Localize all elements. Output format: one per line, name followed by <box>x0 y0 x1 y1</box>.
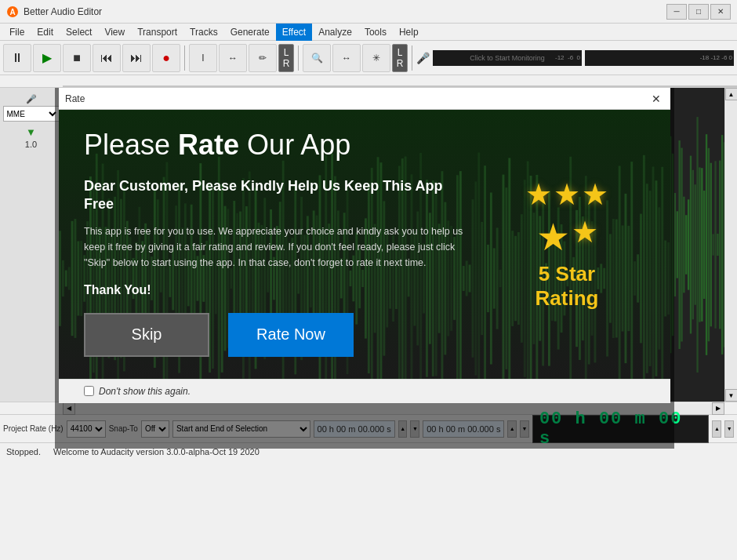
svg-rect-292 <box>710 163 712 327</box>
svg-rect-291 <box>708 148 710 341</box>
menu-tracks[interactable]: Tracks <box>183 24 224 41</box>
tool-envelop[interactable]: ↔ <box>219 44 247 72</box>
tool-multi[interactable]: ✳ <box>362 44 390 72</box>
svg-text:A: A <box>9 8 15 16</box>
prev-button[interactable]: ⏮ <box>93 44 121 72</box>
menu-file[interactable]: File <box>3 24 31 41</box>
modal-content: Please Rate Our App Dear Customer, Pleas… <box>59 110 670 379</box>
svg-rect-310 <box>74 219 77 338</box>
star-rating-label: 5 StarRating <box>536 262 599 311</box>
big-time-up[interactable]: ▲ <box>712 420 721 438</box>
vu-section: 🎤 Click to Start Monitoring -12 -6 0 -18… <box>416 50 734 66</box>
menu-help[interactable]: Help <box>393 24 425 41</box>
svg-rect-293 <box>712 234 713 255</box>
level-value: 1.0 <box>25 140 37 149</box>
next-button[interactable]: ⏭ <box>122 44 151 72</box>
menu-effect[interactable]: Effect <box>276 24 312 41</box>
skip-button[interactable]: Skip <box>84 313 209 357</box>
maximize-button[interactable]: □ <box>688 4 709 20</box>
svg-rect-500 <box>655 180 658 376</box>
dont-show-checkbox[interactable] <box>84 386 94 396</box>
ruler <box>0 75 737 88</box>
tool-timeshift[interactable]: ↔ <box>332 44 361 72</box>
play-button[interactable]: ▶ <box>33 44 61 72</box>
menu-generate[interactable]: Generate <box>224 24 276 41</box>
scrollbar-vertical[interactable]: ▲ ▼ <box>724 88 737 402</box>
svg-rect-497 <box>646 184 648 373</box>
menu-tools[interactable]: Tools <box>358 24 393 41</box>
svg-rect-295 <box>717 234 718 256</box>
modal-titlebar: Rate ✕ <box>59 88 670 110</box>
toolbar-divider <box>184 45 185 71</box>
rate-modal: Rate ✕ <box>59 88 670 403</box>
tool-volume[interactable]: LR <box>278 44 294 72</box>
svg-rect-285 <box>695 184 696 304</box>
star-5: ★ <box>572 215 598 259</box>
dont-show-label: Don't show this again. <box>99 386 191 397</box>
scroll-up-btn[interactable]: ▲ <box>725 88 738 100</box>
modal-thanks: Thank You! <box>84 283 473 297</box>
menu-bar: File Edit Select View Transport Tracks G… <box>0 24 737 41</box>
svg-rect-308 <box>68 267 71 289</box>
svg-rect-278 <box>678 140 680 349</box>
svg-rect-297 <box>721 135 723 355</box>
menu-analyze[interactable]: Analyze <box>312 24 358 41</box>
ruler-svg <box>63 75 737 87</box>
svg-rect-281 <box>685 215 687 275</box>
window-controls: ─ □ ✕ <box>666 4 731 20</box>
svg-rect-309 <box>71 221 74 336</box>
svg-rect-311 <box>77 241 79 315</box>
rate-now-button[interactable]: Rate Now <box>228 313 354 357</box>
svg-rect-294 <box>714 161 716 328</box>
stars-top-row: ★ ★ ★ <box>525 177 608 212</box>
app-icon: A <box>6 5 19 18</box>
modal-buttons: Skip Rate Now <box>84 313 473 357</box>
level-indicator: ▼ <box>26 126 36 138</box>
svg-rect-306 <box>62 260 64 296</box>
stop-button[interactable]: ■ <box>63 44 91 72</box>
vu-output-scale: -18 -12 -6 0 <box>700 54 732 61</box>
device-select[interactable]: MME <box>3 106 60 122</box>
menu-view[interactable]: View <box>98 24 131 41</box>
vu-meter-input[interactable]: Click to Start Monitoring -12 -6 0 <box>433 50 582 66</box>
modal-checkbox-row: Don't show this again. <box>59 379 670 403</box>
svg-rect-307 <box>65 271 67 287</box>
menu-edit[interactable]: Edit <box>31 24 60 41</box>
modal-close-button[interactable]: ✕ <box>648 91 664 107</box>
vu-meter-output[interactable]: -18 -12 -6 0 <box>585 50 734 66</box>
modal-overlay: Rate ✕ <box>55 88 674 449</box>
pause-button[interactable]: ⏸ <box>3 44 31 72</box>
scroll-right-btn[interactable]: ▶ <box>712 402 724 415</box>
title-bar: A Better Audio Editor ─ □ ✕ <box>0 0 737 24</box>
star-3: ★ <box>582 177 608 212</box>
scroll-down-btn[interactable]: ▼ <box>725 389 738 402</box>
svg-rect-503 <box>664 241 666 317</box>
svg-rect-289 <box>703 191 705 299</box>
svg-rect-502 <box>661 167 663 379</box>
svg-rect-501 <box>658 207 660 349</box>
vu-click-text: Click to Start Monitoring <box>470 54 545 62</box>
mic-icon: 🎤 <box>416 52 430 64</box>
close-button[interactable]: ✕ <box>710 4 731 20</box>
menu-transport[interactable]: Transport <box>131 24 183 41</box>
big-time-down[interactable]: ▼ <box>724 420 734 438</box>
minimize-button[interactable]: ─ <box>666 4 687 20</box>
record-button[interactable]: ● <box>152 44 180 72</box>
scroll-track-v[interactable] <box>726 100 737 389</box>
svg-rect-312 <box>80 241 82 316</box>
toolbar-divider2 <box>298 45 299 71</box>
modal-title: Rate <box>65 93 648 104</box>
tool-volume2[interactable]: LR <box>392 44 408 72</box>
svg-rect-280 <box>683 197 684 293</box>
track-area: 🎤 MME ▼ 1.0 ▲ ▼ <box>0 88 737 402</box>
svg-rect-284 <box>692 170 694 319</box>
tool-zoom[interactable]: 🔍 <box>303 44 331 72</box>
tool-select[interactable]: I <box>189 44 217 72</box>
modal-subtitle: Dear Customer, Please Kindly Help Us Kee… <box>84 177 473 214</box>
svg-rect-283 <box>690 156 692 334</box>
star-graphic: ★ ★ ★ ★ ★ 5 StarRating <box>488 177 645 357</box>
menu-select[interactable]: Select <box>60 24 98 41</box>
svg-rect-287 <box>699 167 700 322</box>
vu-scale: -12 -6 0 <box>555 54 580 61</box>
tool-draw[interactable]: ✏ <box>249 44 277 72</box>
